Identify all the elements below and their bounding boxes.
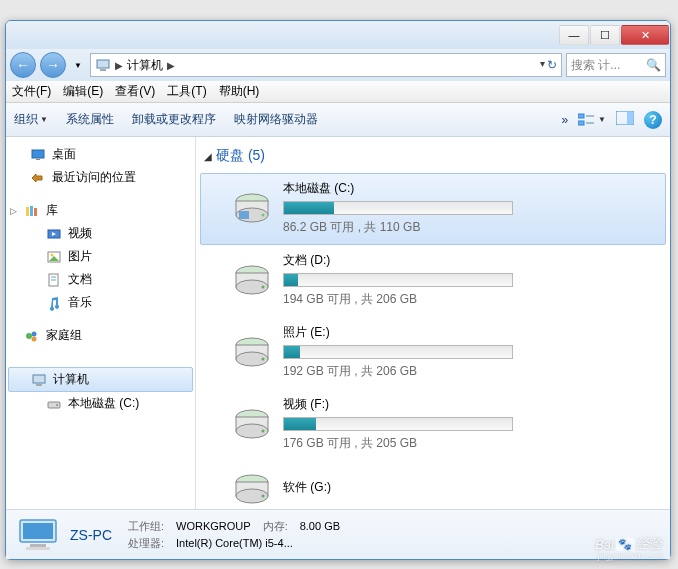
close-button[interactable]: ✕ [621, 25, 669, 45]
drive-name: 视频 (F:) [283, 396, 655, 417]
documents-icon [46, 272, 62, 288]
sidebar-item-libraries[interactable]: ▷库 [6, 199, 195, 222]
paw-icon: 🐾 [616, 538, 634, 551]
nav-label: 音乐 [68, 294, 92, 311]
svg-rect-25 [36, 384, 42, 386]
svg-rect-12 [34, 208, 37, 216]
breadcrumb-arrow-icon[interactable]: ▶ [115, 60, 123, 71]
svg-rect-10 [26, 207, 29, 216]
svg-rect-50 [23, 523, 53, 539]
nav-label: 文档 [68, 271, 92, 288]
svg-rect-32 [239, 211, 249, 219]
breadcrumb-arrow-icon[interactable]: ▶ [167, 60, 175, 71]
sidebar-item-homegroup[interactable]: 家庭组 [6, 324, 195, 347]
sidebar-item-documents[interactable]: 文档 [6, 268, 195, 291]
pictures-icon [46, 249, 62, 265]
watermark: Bai🐾经验 jingyan.baidu.com [595, 535, 662, 553]
map-network-drive-button[interactable]: 映射网络驱动器 [234, 111, 318, 128]
address-bar[interactable]: ▶ 计算机 ▶ ▾ ↻ [90, 53, 562, 77]
nav-label: 图片 [68, 248, 92, 265]
back-button[interactable]: ← [10, 52, 36, 78]
drive-item[interactable]: 本地磁盘 (C:)86.2 GB 可用 , 共 110 GB [200, 173, 666, 245]
help-icon[interactable]: ? [644, 111, 662, 129]
drive-item[interactable]: 文档 (D:)194 GB 可用 , 共 206 GB [200, 245, 666, 317]
sidebar-item-computer[interactable]: 计算机 [8, 367, 193, 392]
toolbar-overflow-icon[interactable]: » [561, 113, 568, 127]
view-mode-button[interactable]: ▼ [578, 113, 606, 127]
refresh-icon[interactable]: ↻ [547, 58, 557, 72]
memory-value: 8.00 GB [300, 520, 340, 532]
maximize-button[interactable]: ☐ [590, 25, 620, 45]
explorer-window: — ☐ ✕ ← → ▼ ▶ 计算机 ▶ ▾ ↻ 搜索 计... 🔍 文件(F) … [5, 20, 671, 560]
titlebar[interactable]: — ☐ ✕ [6, 21, 670, 49]
svg-point-40 [262, 358, 265, 361]
svg-point-23 [32, 336, 37, 341]
drive-item[interactable]: 软件 (G:) [200, 461, 666, 509]
sidebar-item-videos[interactable]: 视频 [6, 222, 195, 245]
capacity-bar [283, 417, 513, 431]
nav-pane[interactable]: 桌面 最近访问的位置 ▷库 视频 图片 文档 音乐 家庭组 计算机 本地磁盘 (… [6, 137, 196, 509]
menu-edit[interactable]: 编辑(E) [63, 83, 103, 100]
organize-button[interactable]: 组织 ▼ [14, 111, 48, 128]
hdd-icon [231, 259, 273, 301]
hdd-icon [231, 468, 273, 509]
drive-stat: 194 GB 可用 , 共 206 GB [283, 287, 655, 308]
drive-item[interactable]: 照片 (E:)192 GB 可用 , 共 206 GB [200, 317, 666, 389]
content-pane[interactable]: ◢ 硬盘 (5) 本地磁盘 (C:)86.2 GB 可用 , 共 110 GB文… [196, 137, 670, 509]
breadcrumb-text[interactable]: 计算机 [127, 57, 163, 74]
expand-icon[interactable]: ▷ [10, 206, 20, 216]
nav-label: 计算机 [53, 371, 89, 388]
menu-file[interactable]: 文件(F) [12, 83, 51, 100]
minimize-button[interactable]: — [559, 25, 589, 45]
group-header[interactable]: ◢ 硬盘 (5) [200, 145, 666, 173]
sidebar-item-cdrive[interactable]: 本地磁盘 (C:) [6, 392, 195, 415]
libraries-icon [24, 203, 40, 219]
svg-rect-0 [97, 60, 109, 68]
capacity-bar [283, 273, 513, 287]
search-input[interactable]: 搜索 计... 🔍 [566, 53, 666, 77]
history-dropdown[interactable]: ▼ [70, 55, 86, 75]
sidebar-item-music[interactable]: 音乐 [6, 291, 195, 314]
menu-view[interactable]: 查看(V) [115, 83, 155, 100]
hdd-icon [231, 403, 273, 445]
search-icon[interactable]: 🔍 [646, 58, 661, 72]
desktop-icon [30, 147, 46, 163]
drive-item[interactable]: 视频 (F:)176 GB 可用 , 共 205 GB [200, 389, 666, 461]
svg-rect-24 [33, 375, 45, 383]
svg-rect-8 [32, 150, 44, 158]
svg-point-31 [262, 214, 265, 217]
computer-icon [31, 372, 47, 388]
svg-point-16 [51, 253, 54, 256]
recent-icon [30, 170, 46, 186]
svg-point-22 [32, 331, 37, 336]
drive-name: 照片 (E:) [283, 324, 655, 345]
sidebar-item-recent[interactable]: 最近访问的位置 [6, 166, 195, 189]
sidebar-item-desktop[interactable]: 桌面 [6, 143, 195, 166]
collapse-icon[interactable]: ◢ [204, 151, 212, 162]
sidebar-item-pictures[interactable]: 图片 [6, 245, 195, 268]
svg-rect-9 [36, 159, 40, 160]
svg-rect-1 [100, 69, 106, 71]
workgroup-label: 工作组: [128, 519, 164, 534]
address-dropdown-icon[interactable]: ▾ [540, 58, 545, 72]
nav-label: 家庭组 [46, 327, 82, 344]
preview-pane-icon[interactable] [616, 111, 634, 128]
drive-name: 本地磁盘 (C:) [283, 180, 655, 201]
svg-rect-51 [30, 544, 46, 547]
drive-stat: 86.2 GB 可用 , 共 110 GB [283, 215, 655, 236]
menu-help[interactable]: 帮助(H) [219, 83, 260, 100]
pc-name: ZS-PC [70, 527, 116, 543]
workgroup-value: WORKGROUP [176, 520, 251, 532]
uninstall-button[interactable]: 卸载或更改程序 [132, 111, 216, 128]
videos-icon [46, 226, 62, 242]
forward-button[interactable]: → [40, 52, 66, 78]
menu-tools[interactable]: 工具(T) [167, 83, 206, 100]
system-properties-button[interactable]: 系统属性 [66, 111, 114, 128]
hdd-icon [231, 331, 273, 373]
search-placeholder: 搜索 计... [571, 57, 620, 74]
svg-point-44 [262, 430, 265, 433]
drive-name: 软件 (G:) [283, 479, 655, 500]
status-details: ZS-PC 工作组: WORKGROUP 内存: 8.00 GB 处理器: In… [70, 519, 340, 551]
memory-label: 内存: [263, 519, 288, 534]
svg-rect-3 [578, 121, 584, 125]
